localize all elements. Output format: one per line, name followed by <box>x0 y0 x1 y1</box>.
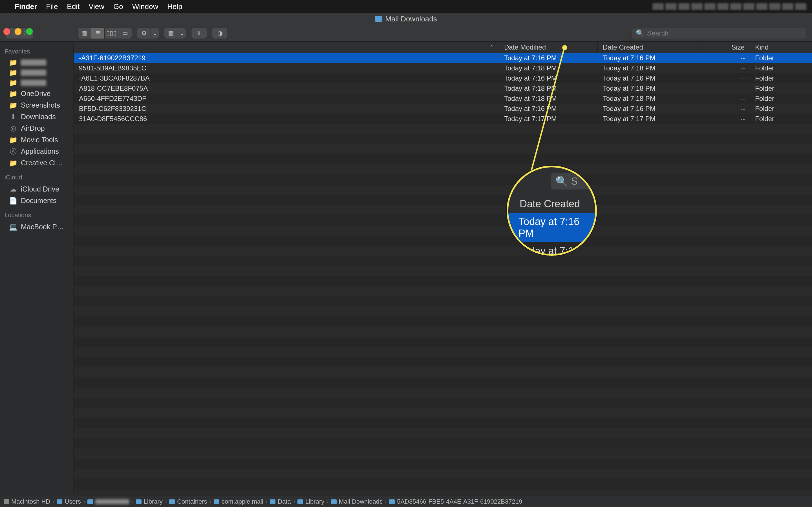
table-row[interactable]: A650-4FFD2E7743DFToday at 7:18 PMToday a… <box>74 94 812 104</box>
folder-icon: 📁 <box>9 79 17 86</box>
sidebar-item[interactable]: ⬇Downloads <box>0 111 73 122</box>
menu-help[interactable]: Help <box>167 2 182 11</box>
sidebar-item[interactable]: 💻MacBook P… <box>0 221 73 233</box>
close-button[interactable] <box>3 28 10 35</box>
sidebar: Favorites 📁📁📁📁OneDrive📁Screenshots⬇Downl… <box>0 42 74 496</box>
toolbar: 〈 〉 ▦ ≣ ▯▯▯ ▭ ⚙ ⌄ ▦ ⌄ ⇪ ◑ 🔍 Search <box>0 25 812 42</box>
cell-created: Today at 7:18 PM <box>598 95 696 103</box>
column-view-button[interactable]: ▯▯▯ <box>105 27 118 39</box>
view-buttons: ▦ ≣ ▯▯▯ ▭ <box>77 27 132 39</box>
callout-header: Date Created <box>508 195 595 213</box>
breadcrumb-item[interactable]: Users <box>57 498 81 505</box>
chevron-down-icon[interactable]: ⌄ <box>151 27 159 39</box>
group-menu[interactable]: ▦ ⌄ <box>164 27 186 39</box>
cell-kind: Folder <box>750 54 812 62</box>
cell-modified: Today at 7:18 PM <box>499 84 598 93</box>
table-row[interactable]: 31A0-D8F5456CCC86Today at 7:17 PMToday a… <box>74 114 812 124</box>
cell-kind: Folder <box>750 105 812 113</box>
chevron-right-icon: › <box>209 498 211 505</box>
action-menu[interactable]: ⚙ ⌄ <box>137 27 159 39</box>
tags-button[interactable]: ◑ <box>212 27 228 39</box>
cell-size: -- <box>696 64 750 72</box>
sidebar-item[interactable]: ◎AirDrop <box>0 122 73 134</box>
breadcrumb-item[interactable] <box>87 499 129 504</box>
finder-window: Mail Downloads 〈 〉 ▦ ≣ ▯▯▯ ▭ ⚙ ⌄ ▦ ⌄ ⇪ ◑… <box>0 13 812 507</box>
folder-icon <box>214 499 219 504</box>
search-field[interactable]: 🔍 Search <box>631 27 806 39</box>
menu-file[interactable]: File <box>46 2 58 11</box>
sidebar-item-label: MacBook P… <box>21 223 64 231</box>
gear-icon[interactable]: ⚙ <box>137 27 151 39</box>
sidebar-item[interactable]: 📁OneDrive <box>0 88 73 100</box>
column-header-created[interactable]: Date Created <box>598 42 696 53</box>
breadcrumb-item[interactable]: Library <box>297 498 324 505</box>
breadcrumb-label: Users <box>64 498 81 505</box>
fullscreen-button[interactable] <box>26 28 33 35</box>
table-row[interactable]: -A6E1-3BCA0F8287BAToday at 7:16 PMToday … <box>74 73 812 83</box>
cell-name: 9581-5B9AEB9835EC <box>74 64 499 72</box>
column-header-name[interactable]: ⌃ <box>74 42 499 53</box>
sidebar-item[interactable]: 📁Screenshots <box>0 100 73 111</box>
chevron-right-icon: › <box>326 498 328 505</box>
sort-ascending-icon: ⌃ <box>490 44 494 50</box>
sidebar-item[interactable]: 📁Creative Cl… <box>0 157 73 169</box>
sidebar-item[interactable]: 📄Documents <box>0 195 73 207</box>
column-header-size[interactable]: Size <box>696 42 750 53</box>
folder-icon <box>136 499 142 504</box>
breadcrumb-item[interactable]: 5AD35466-FBE5-4A4E-A31F-619022B37219 <box>389 498 522 505</box>
cell-created: Today at 7:16 PM <box>598 54 696 62</box>
breadcrumb-item[interactable]: Data <box>270 498 291 505</box>
sidebar-item-label-redacted <box>21 69 46 76</box>
sidebar-item[interactable]: ⒶApplications <box>0 146 73 157</box>
menu-go[interactable]: Go <box>113 2 123 11</box>
icon-view-button[interactable]: ▦ <box>78 27 91 39</box>
app-name-menu[interactable]: Finder <box>15 2 37 11</box>
sidebar-item-label: Downloads <box>21 113 56 121</box>
table-row[interactable]: 9581-5B9AEB9835ECToday at 7:18 PMToday a… <box>74 63 812 73</box>
table-row[interactable]: A818-CC7EBE8F075AToday at 7:18 PMToday a… <box>74 83 812 94</box>
menubar: Finder File Edit View Go Window Help <box>0 0 812 13</box>
sidebar-section-favorites: Favorites <box>0 46 73 57</box>
list-view-button[interactable]: ≣ <box>91 27 105 39</box>
minimize-button[interactable] <box>15 28 21 35</box>
cell-kind: Folder <box>750 84 812 93</box>
menu-edit[interactable]: Edit <box>67 2 80 11</box>
menu-view[interactable]: View <box>89 2 104 11</box>
menubar-right-status <box>652 3 806 10</box>
chevron-right-icon: › <box>132 498 133 505</box>
column-header-modified[interactable]: Date Modified <box>499 42 598 53</box>
breadcrumb-item[interactable]: Macintosh HD <box>4 498 50 505</box>
sidebar-item[interactable]: 📁 <box>0 57 73 68</box>
laptop-icon: 💻 <box>9 224 17 230</box>
sidebar-item[interactable]: ☁iCloud Drive <box>0 183 73 195</box>
sidebar-item[interactable]: 📁 <box>0 68 73 78</box>
sidebar-item-label: iCloud Drive <box>21 185 59 193</box>
sidebar-item[interactable]: 📁Movie Tools <box>0 134 73 146</box>
breadcrumb-label: com.apple.mail <box>221 498 263 505</box>
cell-kind: Folder <box>750 115 812 123</box>
share-button[interactable]: ⇪ <box>191 27 207 39</box>
cell-size: -- <box>696 105 750 113</box>
breadcrumb-label: Library <box>305 498 324 505</box>
grid-icon[interactable]: ▦ <box>164 27 178 39</box>
cell-modified: Today at 7:17 PM <box>499 115 598 123</box>
breadcrumb-item[interactable]: com.apple.mail <box>214 498 263 505</box>
folder-icon: 📁 <box>9 160 17 166</box>
breadcrumb-item[interactable]: Containers <box>169 498 207 505</box>
sidebar-item[interactable]: 📁 <box>0 78 73 88</box>
breadcrumb-item[interactable]: Mail Downloads <box>331 498 383 505</box>
chevron-down-icon[interactable]: ⌄ <box>178 27 186 39</box>
cell-created: Today at 7:16 PM <box>598 74 696 82</box>
callout-magnifier: 🔍 S Date Created Today at 7:16 PM Today … <box>507 166 597 256</box>
search-placeholder: Search <box>647 29 668 37</box>
cell-created: Today at 7:17 PM <box>598 115 696 123</box>
cell-size: -- <box>696 84 750 93</box>
column-header-kind[interactable]: Kind <box>750 42 812 53</box>
folder-icon <box>169 499 175 504</box>
table-row[interactable]: -A31F-619022B37219Today at 7:16 PMToday … <box>74 53 812 63</box>
menu-window[interactable]: Window <box>132 2 158 11</box>
gallery-view-button[interactable]: ▭ <box>118 27 132 39</box>
sidebar-item-label: OneDrive <box>21 90 51 98</box>
breadcrumb-item[interactable]: Library <box>136 498 163 505</box>
table-row[interactable]: BF5D-C62F8339231CToday at 7:16 PMToday a… <box>74 104 812 114</box>
